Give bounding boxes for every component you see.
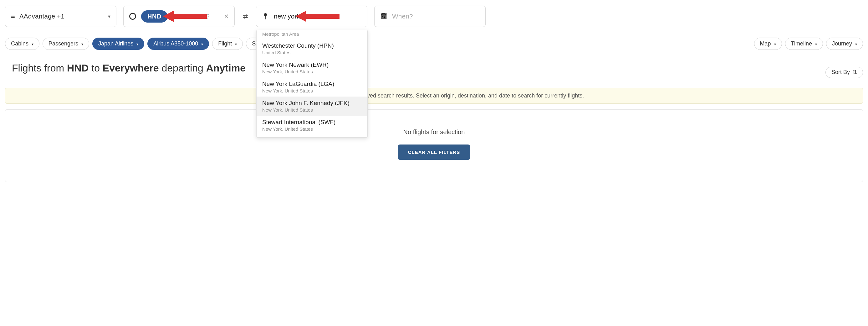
suggest-item[interactable]: New York Newark (EWR)New York, United St…	[256, 58, 367, 77]
suggest-item[interactable]: Westchester County (HPN)United States	[256, 39, 367, 58]
when-placeholder: When?	[392, 12, 413, 20]
suggest-item-subtitle: New York, United States	[262, 126, 362, 132]
suggest-item-title: New York Newark (EWR)	[262, 61, 362, 68]
destination-suggest-menu: Metropolitan Area Westchester County (HP…	[256, 30, 368, 138]
origin-radio-icon	[129, 13, 136, 20]
program-label: AAdvantage +1	[20, 12, 64, 20]
results-empty-text: No flights for selection	[403, 129, 465, 136]
suggest-item-subtitle: New York, United States	[262, 69, 362, 74]
chevron-down-icon	[235, 40, 237, 47]
suggest-metro-label: Metropolitan Area	[256, 31, 367, 39]
results-panel: No flights for selection CLEAR ALL FILTE…	[5, 109, 863, 182]
filter-airline[interactable]: Japan Airlines	[92, 37, 144, 50]
sort-by[interactable]: Sort By ⇅	[826, 67, 863, 78]
chevron-down-icon	[774, 40, 776, 47]
clear-origin-icon[interactable]	[224, 13, 229, 20]
suggest-item[interactable]: New York John F. Kennedy (JFK)New York, …	[256, 97, 367, 116]
chevron-down-icon	[201, 40, 203, 47]
swap-icon[interactable]	[243, 12, 248, 20]
suggest-item-title: New York John F. Kennedy (JFK)	[262, 100, 362, 107]
pin-icon	[262, 13, 269, 20]
destination-input-box[interactable]: Metropolitan Area Westchester County (HP…	[256, 6, 367, 27]
chevron-down-icon	[81, 40, 83, 47]
suggest-item-subtitle: New York, United States	[262, 107, 362, 112]
view-journey[interactable]: Journey	[826, 37, 863, 50]
view-timeline[interactable]: Timeline	[785, 37, 823, 50]
origin-tag[interactable]: HND	[141, 10, 168, 23]
when-input-box[interactable]: When?	[374, 6, 486, 27]
filter-flight[interactable]: Flight	[212, 37, 243, 50]
suggest-item[interactable]: Stewart International (SWF)New York, Uni…	[256, 116, 367, 135]
menu-icon	[11, 12, 15, 20]
suggest-item[interactable]: New York LaGuardia (LGA)New York, United…	[256, 77, 367, 97]
program-select[interactable]: AAdvantage +1	[5, 6, 116, 27]
chevron-down-icon	[136, 40, 138, 47]
chevron-down-icon	[32, 40, 33, 47]
page-title: Flights from HND to Everywhere departing…	[12, 62, 246, 74]
filter-cabins[interactable]: Cabins	[5, 37, 39, 50]
chevron-down-icon	[855, 40, 857, 47]
suggest-item-title: New York LaGuardia (LGA)	[262, 81, 362, 87]
clear-all-filters-button[interactable]: CLEAR ALL FILTERS	[398, 144, 470, 160]
filter-aircraft[interactable]: Airbus A350-1000	[147, 37, 209, 50]
info-banner: Broad searches only show saved search re…	[5, 88, 863, 104]
chevron-down-icon	[815, 40, 817, 47]
destination-input[interactable]	[274, 12, 314, 20]
suggest-item-title: Stewart International (SWF)	[262, 119, 362, 126]
sort-icon: ⇅	[852, 69, 857, 76]
filter-passengers[interactable]: Passengers	[42, 37, 89, 50]
origin-input-box[interactable]: HND Where else?	[123, 6, 235, 27]
suggest-item-title: Westchester County (HPN)	[262, 42, 362, 49]
calendar-icon	[380, 13, 387, 20]
view-map[interactable]: Map	[754, 37, 782, 50]
chevron-down-icon	[108, 13, 111, 20]
origin-placeholder: Where else?	[173, 12, 210, 20]
suggest-item-subtitle: United States	[262, 50, 362, 55]
suggest-item-subtitle: New York, United States	[262, 88, 362, 93]
